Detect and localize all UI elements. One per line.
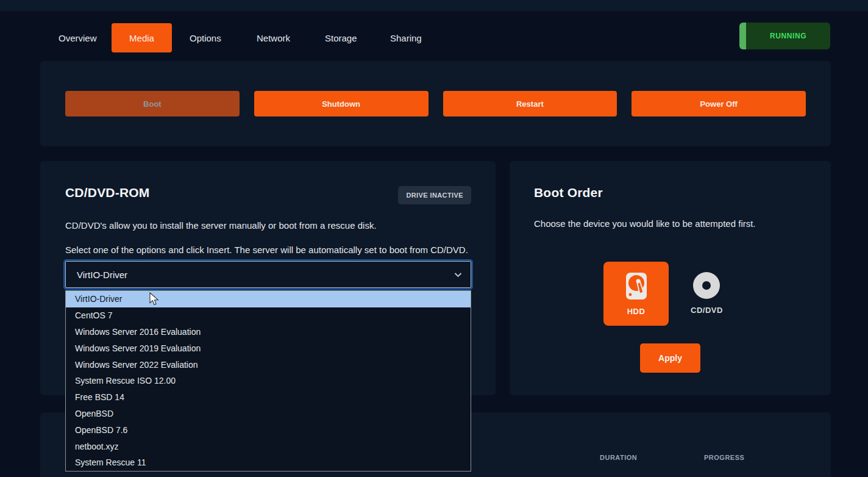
dropdown-option-sysrescue-11[interactable]: System Rescue 11: [66, 454, 471, 471]
chevron-down-icon: [454, 269, 462, 280]
column-header-progress: PROGRESS: [704, 454, 744, 461]
cdrom-description-1: CD/DVD's allow you to install the server…: [65, 220, 471, 231]
dropdown-option-openbsd-76[interactable]: OpenBSD 7.6: [66, 421, 471, 438]
boot-device-row: HDD CD/DVD: [603, 262, 723, 326]
status-stripe: [739, 23, 746, 49]
cd-dvd-icon: [693, 272, 720, 299]
tab-sharing[interactable]: Sharing: [390, 23, 422, 52]
boot-button[interactable]: Boot: [65, 91, 240, 117]
hdd-label: HDD: [627, 307, 646, 316]
drive-inactive-badge: DRIVE INACTIVE: [398, 186, 471, 204]
dropdown-option-virtio-driver[interactable]: VirtIO-Driver: [66, 291, 471, 307]
tab-network[interactable]: Network: [257, 23, 290, 52]
power-off-button[interactable]: Power Off: [631, 91, 806, 117]
boot-order-panel: Boot Order Choose the device you would l…: [510, 161, 831, 395]
status-text: RUNNING: [770, 32, 806, 40]
boot-order-description: Choose the device you would like to be a…: [534, 218, 806, 229]
column-header-duration: DURATION: [600, 454, 637, 461]
hdd-icon: [624, 271, 649, 303]
cdrom-title: CD/DVD-ROM: [65, 185, 150, 200]
boot-device-cd[interactable]: CD/DVD: [691, 272, 723, 315]
apply-button[interactable]: Apply: [640, 343, 700, 373]
boot-device-hdd[interactable]: HDD: [603, 262, 669, 326]
status-badge: RUNNING: [739, 23, 830, 49]
dropdown-option-win2019[interactable]: Windows Server 2019 Evaluation: [66, 340, 471, 356]
restart-button[interactable]: Restart: [443, 91, 617, 117]
tab-options[interactable]: Options: [190, 23, 221, 52]
dropdown-option-openbsd[interactable]: OpenBSD: [66, 406, 471, 422]
dropdown-option-sysrescue-12[interactable]: System Rescue ISO 12.00: [66, 373, 471, 389]
tab-storage[interactable]: Storage: [325, 23, 357, 52]
vps-media-page: Overview Media Options Network Storage S…: [0, 0, 868, 477]
top-strip: [0, 0, 868, 11]
cd-dvd-label: CD/DVD: [691, 306, 723, 315]
dropdown-option-centos-7[interactable]: CentOS 7: [66, 307, 471, 324]
boot-order-title: Boot Order: [534, 185, 806, 200]
dropdown-option-netboot-xyz[interactable]: netboot.xyz: [66, 438, 471, 454]
tab-media[interactable]: Media: [112, 23, 172, 52]
power-actions-panel: Boot Shutdown Restart Power Off: [40, 61, 831, 146]
tab-overview[interactable]: Overview: [59, 23, 97, 52]
shutdown-button[interactable]: Shutdown: [254, 91, 429, 117]
dropdown-option-freebsd-14[interactable]: Free BSD 14: [66, 389, 471, 406]
dropdown-option-win2016[interactable]: Windows Server 2016 Evaluation: [66, 324, 471, 340]
status-body: RUNNING: [746, 23, 830, 49]
cdrom-description-2: Select one of the options and click Inse…: [65, 245, 471, 255]
media-select[interactable]: VirtIO-Driver: [65, 261, 471, 288]
dropdown-option-win2022[interactable]: Windows Server 2022 Evaliation: [66, 356, 471, 373]
media-select-dropdown: VirtIO-Driver CentOS 7 Windows Server 20…: [65, 290, 471, 472]
media-select-value: VirtIO-Driver: [77, 270, 454, 280]
